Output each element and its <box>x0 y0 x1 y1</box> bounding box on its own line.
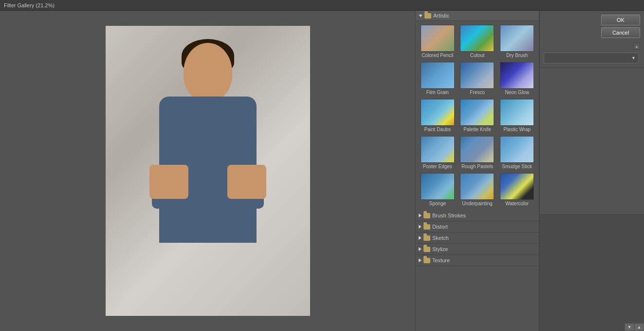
thumb-paint-daubs <box>421 99 455 126</box>
thumb-underpainting <box>460 173 494 200</box>
folder-icon-texture <box>423 258 430 263</box>
thumb-dry-brush <box>500 25 534 52</box>
filter-colored-pencil[interactable]: Colored Pencil <box>419 24 457 59</box>
thumb-cutout <box>460 25 494 52</box>
preview-image <box>106 26 310 316</box>
collapse-icon-artistic <box>419 15 423 17</box>
filter-panel: Artistic Colored Pencil Cutout Dry Brush… <box>415 11 539 331</box>
category-brush-strokes-label: Brush Strokes <box>432 213 466 218</box>
thumb-fresco <box>460 62 494 89</box>
thumb-colored-pencil <box>421 25 455 52</box>
thumb-palette-knife <box>460 99 494 126</box>
expand-icon-distort <box>419 225 422 229</box>
label-plastic-wrap: Plastic Wrap <box>503 127 531 132</box>
bottom-arrows: ▼ ▲ <box>625 323 644 331</box>
filter-grid-artistic: Colored Pencil Cutout Dry Brush Film Gra… <box>416 21 539 210</box>
filter-poster-edges[interactable]: Poster Edges <box>419 135 457 170</box>
label-sponge: Sponge <box>429 201 446 206</box>
title-text: Filter Gallery (21.2%) <box>4 2 55 8</box>
filter-paint-daubs[interactable]: Paint Daubs <box>419 98 457 133</box>
filter-film-grain[interactable]: Film Grain <box>419 61 457 96</box>
title-bar: Filter Gallery (21.2%) <box>0 0 644 11</box>
category-sketch-label: Sketch <box>432 235 449 241</box>
right-panel: OK Cancel ▲ ▼ ▲ <box>539 11 644 331</box>
filter-palette-knife[interactable]: Palette Knife <box>459 98 497 133</box>
folder-icon-brush-strokes <box>423 213 430 218</box>
expand-icon-stylize <box>419 247 422 251</box>
scroll-up-button-2[interactable]: ▲ <box>634 323 644 331</box>
label-fresco: Fresco <box>470 90 485 95</box>
thumb-sponge <box>421 173 455 200</box>
category-distort-label: Distort <box>432 224 448 230</box>
label-neon-glow: Neon Glow <box>505 90 529 95</box>
label-smudge-stick: Smudge Stick <box>502 164 532 169</box>
thumb-film-grain <box>421 62 455 89</box>
folder-icon-distort <box>423 224 430 230</box>
filter-dropdown[interactable] <box>544 53 639 63</box>
arm-skin-right <box>227 165 266 199</box>
thumb-poster-edges <box>421 136 455 163</box>
effects-layers-area: ▼ ▲ <box>540 214 644 331</box>
thumb-neon-glow <box>500 62 534 89</box>
label-film-grain: Film Grain <box>426 90 449 95</box>
filter-fresco[interactable]: Fresco <box>459 61 497 96</box>
expand-icon-brush-strokes <box>419 214 422 217</box>
scroll-up-area: ▲ <box>540 42 644 51</box>
category-artistic[interactable]: Artistic <box>416 11 539 21</box>
category-texture-label: Texture <box>432 257 450 263</box>
thumb-rough-pastels <box>460 136 494 163</box>
folder-icon-artistic <box>424 13 431 19</box>
label-rough-pastels: Rough Pastels <box>461 164 493 169</box>
scroll-up-button[interactable]: ▲ <box>633 43 640 50</box>
category-texture[interactable]: Texture <box>416 255 539 266</box>
expand-icon-texture <box>419 258 422 262</box>
category-artistic-label: Artistic <box>433 13 449 19</box>
filter-rough-pastels[interactable]: Rough Pastels <box>459 135 497 170</box>
expand-icon-sketch <box>419 236 422 240</box>
filter-settings-area <box>540 67 644 214</box>
preview-background <box>106 26 310 316</box>
person-figure <box>140 33 276 316</box>
dropdown-area <box>540 51 644 65</box>
buttons-area: OK Cancel <box>540 11 644 42</box>
filter-plastic-wrap[interactable]: Plastic Wrap <box>498 98 536 133</box>
filter-sponge[interactable]: Sponge <box>419 172 457 207</box>
label-watercolor: Watercolor <box>505 201 529 206</box>
thumb-watercolor <box>500 173 534 200</box>
filter-neon-glow[interactable]: Neon Glow <box>498 61 536 96</box>
main-layout: Artistic Colored Pencil Cutout Dry Brush… <box>0 11 644 331</box>
filter-smudge-stick[interactable]: Smudge Stick <box>498 135 536 170</box>
cancel-button[interactable]: Cancel <box>601 27 640 38</box>
dropdown-wrapper <box>544 53 639 63</box>
head <box>184 43 232 101</box>
filter-underpainting[interactable]: Underpainting <box>459 172 497 207</box>
thumb-plastic-wrap <box>500 99 534 126</box>
folder-icon-stylize <box>423 247 430 252</box>
category-stylize-label: Stylize <box>432 246 448 252</box>
category-brush-strokes[interactable]: Brush Strokes <box>416 210 539 221</box>
scroll-down-button[interactable]: ▼ <box>625 323 634 331</box>
category-sketch[interactable]: Sketch <box>416 233 539 244</box>
arm-skin-left <box>149 165 188 199</box>
label-underpainting: Underpainting <box>462 201 492 206</box>
ok-button[interactable]: OK <box>601 15 640 25</box>
category-stylize[interactable]: Stylize <box>416 244 539 255</box>
label-dry-brush: Dry Brush <box>506 53 528 58</box>
label-colored-pencil: Colored Pencil <box>422 53 453 58</box>
label-poster-edges: Poster Edges <box>423 164 452 169</box>
label-cutout: Cutout <box>470 53 484 58</box>
filter-watercolor[interactable]: Watercolor <box>498 172 536 207</box>
filter-dry-brush[interactable]: Dry Brush <box>498 24 536 59</box>
filter-cutout[interactable]: Cutout <box>459 24 497 59</box>
category-distort[interactable]: Distort <box>416 221 539 233</box>
preview-area <box>0 11 415 331</box>
folder-icon-sketch <box>423 235 430 241</box>
label-palette-knife: Palette Knife <box>463 127 491 132</box>
label-paint-daubs: Paint Daubs <box>424 127 451 132</box>
thumb-smudge-stick <box>500 136 534 163</box>
